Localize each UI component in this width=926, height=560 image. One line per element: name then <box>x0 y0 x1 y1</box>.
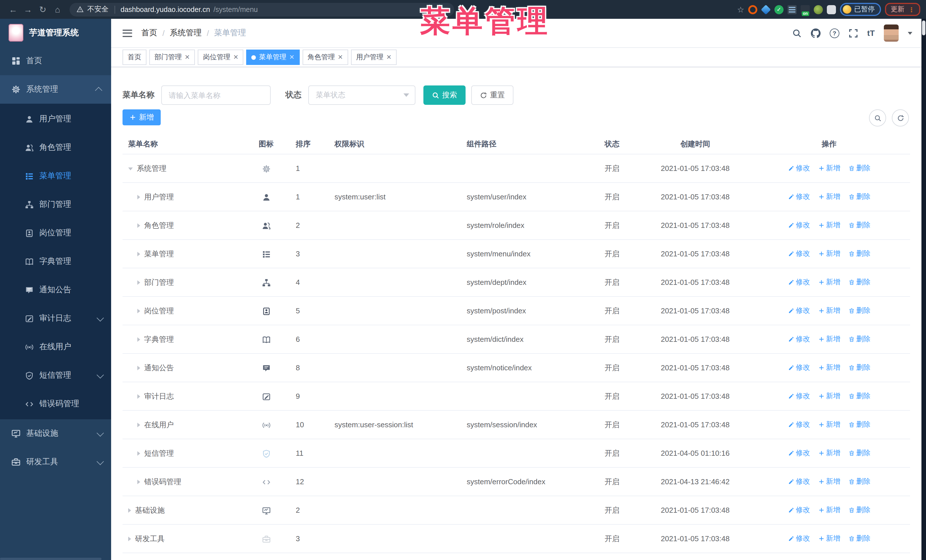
edit-link[interactable]: 修改 <box>788 306 810 315</box>
add-link[interactable]: 新增 <box>818 306 840 315</box>
edit-link[interactable]: 修改 <box>788 334 810 344</box>
add-link[interactable]: 新增 <box>818 334 840 344</box>
delete-link[interactable]: 删除 <box>848 306 870 315</box>
delete-link[interactable]: 删除 <box>848 505 870 515</box>
fullscreen-icon[interactable] <box>849 28 858 38</box>
expand-caret-icon[interactable] <box>137 308 140 313</box>
status-select[interactable]: 菜单状态 <box>308 86 415 105</box>
extension-monkey-icon[interactable] <box>814 5 823 14</box>
search-button[interactable]: 搜索 <box>424 86 466 105</box>
extensions-puzzle-icon[interactable] <box>827 5 836 14</box>
delete-link[interactable]: 删除 <box>848 249 870 259</box>
url-bar[interactable]: 不安全 dashboard.yudao.iocoder.cn/system/me… <box>70 3 454 16</box>
add-link[interactable]: 新增 <box>818 278 840 287</box>
search-icon[interactable] <box>792 28 802 38</box>
add-link[interactable]: 新增 <box>818 220 840 230</box>
extension-on-icon[interactable]: on <box>800 5 810 14</box>
add-link[interactable]: 新增 <box>818 363 840 373</box>
sidebar-item-dict[interactable]: 字典管理 <box>0 247 111 276</box>
delete-link[interactable]: 删除 <box>848 448 870 458</box>
edit-link[interactable]: 修改 <box>788 163 810 173</box>
delete-link[interactable]: 删除 <box>848 534 870 543</box>
edit-link[interactable]: 修改 <box>788 477 810 486</box>
reload-icon[interactable]: ↻ <box>35 4 50 15</box>
tab-角色管理[interactable]: 角色管理✕ <box>302 50 348 65</box>
sidebar-item-sms[interactable]: 短信管理 <box>0 361 111 389</box>
close-icon[interactable]: ✕ <box>233 54 238 60</box>
sidebar-item-error-code[interactable]: 错误码管理 <box>0 389 111 418</box>
delete-link[interactable]: 删除 <box>848 420 870 430</box>
extension-check-icon[interactable]: ✓ <box>775 5 784 14</box>
app-logo[interactable]: 芋道管理系统 <box>0 19 111 47</box>
add-link[interactable]: 新增 <box>818 477 840 486</box>
close-icon[interactable]: ✕ <box>289 54 294 60</box>
update-button[interactable]: 更新 ⋮ <box>885 3 920 16</box>
delete-link[interactable]: 删除 <box>848 391 870 401</box>
chevron-down-icon[interactable] <box>908 32 912 35</box>
refresh-table-button[interactable] <box>892 109 909 127</box>
tab-部门管理[interactable]: 部门管理✕ <box>149 50 195 65</box>
help-icon[interactable]: ? <box>830 28 840 38</box>
expand-caret-icon[interactable] <box>137 365 140 370</box>
sidebar-item-system[interactable]: 系统管理 <box>0 75 111 104</box>
show-search-button[interactable] <box>869 109 886 127</box>
edit-link[interactable]: 修改 <box>788 220 810 230</box>
add-button[interactable]: 新增 <box>123 109 161 125</box>
sidebar-item-audit-log[interactable]: 审计日志 <box>0 304 111 333</box>
sidebar-item-infra[interactable]: 基础设施 <box>0 419 111 448</box>
sidebar-scrollbar[interactable] <box>0 558 101 560</box>
edit-link[interactable]: 修改 <box>788 391 810 401</box>
edit-link[interactable]: 修改 <box>788 192 810 202</box>
home-icon[interactable]: ⌂ <box>50 5 65 14</box>
paused-pill[interactable]: 已暂停 <box>840 3 881 16</box>
sidebar-item-role[interactable]: 角色管理 <box>0 133 111 162</box>
add-link[interactable]: 新增 <box>818 391 840 401</box>
edit-link[interactable]: 修改 <box>788 448 810 458</box>
expand-caret-icon[interactable] <box>137 195 140 199</box>
edit-link[interactable]: 修改 <box>788 249 810 259</box>
expand-caret-icon[interactable] <box>137 394 140 398</box>
edit-link[interactable]: 修改 <box>788 363 810 373</box>
extension-diamond-icon[interactable] <box>761 4 771 14</box>
font-size-icon[interactable]: tT <box>867 29 875 38</box>
tab-用户管理[interactable]: 用户管理✕ <box>351 50 396 65</box>
back-icon[interactable]: ← <box>6 5 21 14</box>
sidebar-item-post[interactable]: 岗位管理 <box>0 219 111 247</box>
sidebar-item-home[interactable]: 首页 <box>0 47 111 75</box>
sidebar-item-notice[interactable]: 通知公告 <box>0 276 111 304</box>
avatar[interactable] <box>884 24 899 42</box>
sidebar-item-dept[interactable]: 部门管理 <box>0 190 111 219</box>
delete-link[interactable]: 删除 <box>848 477 870 486</box>
add-link[interactable]: 新增 <box>818 448 840 458</box>
reset-button[interactable]: 重置 <box>471 86 513 105</box>
delete-link[interactable]: 删除 <box>848 334 870 344</box>
tab-岗位管理[interactable]: 岗位管理✕ <box>198 50 243 65</box>
kebab-menu-icon[interactable]: ⋮ <box>908 6 915 12</box>
sidebar-item-menu[interactable]: 菜单管理 <box>0 162 111 190</box>
github-icon[interactable] <box>811 28 820 38</box>
tab-菜单管理[interactable]: 菜单管理✕ <box>247 50 300 65</box>
delete-link[interactable]: 删除 <box>848 163 870 173</box>
expand-caret-icon[interactable] <box>137 252 140 256</box>
close-icon[interactable]: ✕ <box>386 54 392 60</box>
edit-link[interactable]: 修改 <box>788 534 810 543</box>
sidebar-item-user[interactable]: 用户管理 <box>0 105 111 133</box>
delete-link[interactable]: 删除 <box>848 220 870 230</box>
hamburger-icon[interactable] <box>123 29 132 37</box>
page-scrollbar[interactable] <box>921 19 926 560</box>
expand-caret-icon[interactable] <box>128 508 131 512</box>
add-link[interactable]: 新增 <box>818 420 840 430</box>
edit-link[interactable]: 修改 <box>788 278 810 287</box>
tab-首页[interactable]: 首页 <box>123 50 147 65</box>
bookmark-star-icon[interactable]: ☆ <box>737 5 744 14</box>
breadcrumb-item[interactable]: 首页 <box>141 28 157 38</box>
delete-link[interactable]: 删除 <box>848 363 870 373</box>
sidebar-item-dev-tools[interactable]: 研发工具 <box>0 448 111 476</box>
scrollbar-thumb[interactable] <box>922 21 925 35</box>
delete-link[interactable]: 删除 <box>848 278 870 287</box>
add-link[interactable]: 新增 <box>818 192 840 202</box>
expand-caret-icon[interactable] <box>137 479 140 484</box>
add-link[interactable]: 新增 <box>818 505 840 515</box>
sidebar-item-online-user[interactable]: 在线用户 <box>0 333 111 361</box>
expand-caret-icon[interactable] <box>137 337 140 341</box>
